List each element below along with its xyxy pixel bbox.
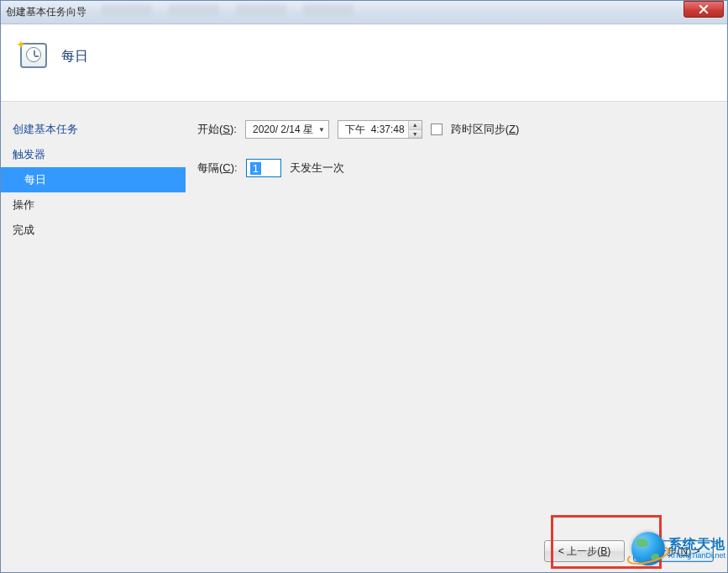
sidebar-item-label: 每日 — [24, 173, 46, 186]
wizard-content: 开始(S): 2020/ 2/14 星 ▼ 下午 4:37:48 ▲ ▼ — [186, 102, 727, 537]
start-row: 开始(S): 2020/ 2/14 星 ▼ 下午 4:37:48 ▲ ▼ — [197, 120, 710, 139]
start-label: 开始(S): — [197, 122, 237, 137]
date-value: 2020/ 2/14 星 — [253, 123, 313, 137]
sidebar-item-action[interactable]: 操作 — [1, 192, 186, 218]
wizard-sidebar: 创建基本任务 触发器 每日 操作 完成 — [1, 102, 186, 537]
sync-timezone-checkbox[interactable] — [431, 124, 443, 135]
sidebar-item-daily[interactable]: 每日 — [1, 167, 186, 192]
sidebar-item-trigger[interactable]: 触发器 — [1, 142, 186, 167]
spinner-up-button[interactable]: ▲ — [409, 121, 422, 130]
interval-row: 每隔(C): 1 天发生一次 — [197, 159, 710, 177]
sidebar-item-create-task[interactable]: 创建基本任务 — [1, 117, 186, 142]
sidebar-item-label: 创建基本任务 — [13, 123, 78, 135]
next-button[interactable]: 下一步(N) > — [633, 540, 714, 562]
sidebar-item-label: 完成 — [13, 223, 34, 236]
sidebar-item-label: 操作 — [13, 198, 34, 211]
wizard-footer: < 上一步(B) 下一步(N) > — [544, 540, 714, 562]
page-title: 每日 — [61, 48, 88, 66]
titlebar: 创建基本任务向导 — [1, 1, 727, 24]
sidebar-item-finish[interactable]: 完成 — [1, 218, 186, 243]
time-spinner: ▲ ▼ — [408, 121, 422, 138]
spinner-down-button[interactable]: ▼ — [409, 130, 422, 139]
sync-timezone-label: 跨时区同步(Z) — [451, 122, 520, 137]
window-title: 创建基本任务向导 — [6, 5, 86, 19]
wizard-window: 创建基本任务向导 ✦ 每日 创建基本任务 触发器 每日 — [0, 0, 728, 573]
wizard-header: ✦ 每日 — [1, 24, 727, 102]
start-date-picker[interactable]: 2020/ 2/14 星 ▼ — [245, 120, 329, 139]
wizard-body: 创建基本任务 触发器 每日 操作 完成 开始(S): 2020/ 2/14 — [1, 102, 727, 537]
time-value: 下午 4:37:48 — [338, 123, 408, 137]
schedule-icon: ✦ — [18, 39, 48, 70]
interval-input[interactable]: 1 — [246, 159, 281, 177]
sidebar-item-label: 触发器 — [13, 148, 45, 160]
close-icon — [699, 4, 709, 14]
back-button[interactable]: < 上一步(B) — [544, 540, 625, 562]
interval-suffix-label: 天发生一次 — [290, 160, 344, 176]
chevron-down-icon: ▼ — [318, 126, 325, 134]
close-button[interactable] — [683, 1, 724, 18]
interval-label: 每隔(C): — [197, 160, 238, 176]
titlebar-blur-decor — [102, 4, 437, 19]
start-time-picker[interactable]: 下午 4:37:48 ▲ ▼ — [338, 120, 422, 139]
interval-value: 1 — [250, 162, 261, 175]
